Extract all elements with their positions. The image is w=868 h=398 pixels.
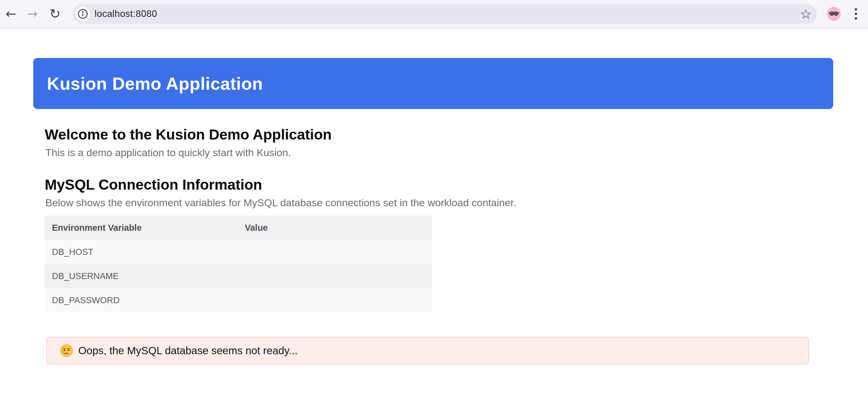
db-not-ready-alert: Oops, the MySQL database seems not ready… bbox=[46, 337, 809, 364]
back-icon: ← bbox=[5, 7, 16, 20]
table-row: DB_USERNAME bbox=[45, 264, 432, 288]
env-var-name: DB_USERNAME bbox=[45, 264, 238, 288]
reload-icon: ↻ bbox=[50, 7, 61, 21]
table-row: DB_PASSWORD bbox=[45, 288, 432, 312]
back-button[interactable]: ← bbox=[4, 7, 18, 21]
env-var-value bbox=[238, 288, 432, 312]
url-text: localhost:8080 bbox=[95, 8, 157, 19]
browser-menu-button[interactable] bbox=[849, 7, 863, 21]
address-bar[interactable]: localhost:8080 ☆ bbox=[72, 4, 817, 24]
page-content: Kusion Demo Application Welcome to the K… bbox=[0, 58, 868, 364]
welcome-heading: Welcome to the Kusion Demo Application bbox=[45, 126, 868, 143]
menu-dot bbox=[855, 13, 857, 15]
forward-icon: → bbox=[27, 7, 37, 20]
table-row: DB_HOST bbox=[45, 240, 432, 264]
column-header-value: Value bbox=[238, 215, 432, 240]
menu-dot bbox=[855, 8, 857, 10]
bookmark-star-button[interactable]: ☆ bbox=[800, 6, 812, 22]
menu-dot bbox=[855, 17, 857, 20]
site-info-button[interactable] bbox=[75, 7, 90, 21]
env-var-value bbox=[238, 240, 432, 264]
mysql-heading: MySQL Connection Information bbox=[45, 176, 868, 193]
reload-button[interactable]: ↻ bbox=[48, 7, 62, 21]
env-var-name: DB_HOST bbox=[45, 240, 238, 264]
info-circle-icon bbox=[78, 9, 88, 19]
alert-message: Oops, the MySQL database seems not ready… bbox=[78, 344, 298, 357]
profile-avatar[interactable] bbox=[827, 7, 841, 21]
app-banner: Kusion Demo Application bbox=[33, 58, 833, 109]
mysql-description: Below shows the environment variables fo… bbox=[45, 196, 868, 209]
crying-face-emoji-icon bbox=[60, 344, 73, 358]
bookmark-star-icon: ☆ bbox=[800, 6, 812, 22]
sunglasses-icon bbox=[828, 8, 840, 20]
env-variables-table: Environment Variable Value DB_HOST DB_US… bbox=[45, 215, 432, 312]
forward-button[interactable]: → bbox=[25, 7, 39, 21]
env-var-value bbox=[238, 264, 432, 288]
app-title: Kusion Demo Application bbox=[33, 73, 263, 94]
browser-window: ← → ↻ localhost:8080 ☆ bbox=[0, 0, 868, 364]
env-var-name: DB_PASSWORD bbox=[45, 288, 238, 312]
column-header-env-variable: Environment Variable bbox=[45, 215, 238, 240]
table-header-row: Environment Variable Value bbox=[45, 215, 432, 240]
browser-toolbar: ← → ↻ localhost:8080 ☆ bbox=[0, 0, 868, 28]
welcome-description: This is a demo application to quickly st… bbox=[45, 146, 868, 159]
